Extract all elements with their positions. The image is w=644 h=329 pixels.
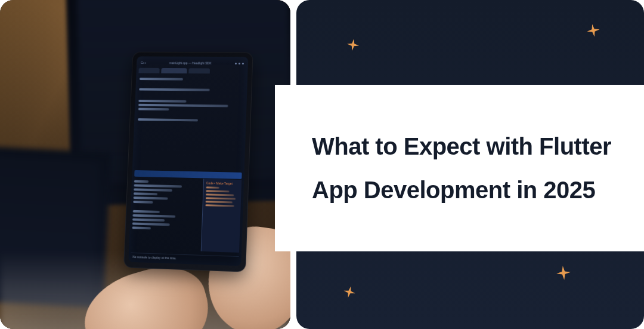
window-controls: [235, 62, 244, 64]
tablet-device: C++ mainLight.cpp — Headlight SDK: [123, 52, 253, 272]
sparkle-icon: [585, 22, 601, 38]
ide-titlebar: C++ mainLight.cpp — Headlight SDK: [139, 59, 246, 67]
sparkle-icon: [555, 265, 572, 282]
ide-side-panel-header: Code • Make Target: [206, 181, 239, 185]
title-card: What to Expect with Flutter App Developm…: [275, 85, 644, 251]
ide-side-panel: Code • Make Target: [201, 179, 242, 253]
ide-titlebar-center: mainLight.cpp — Headlight SDK: [169, 61, 212, 64]
sparkle-icon: [342, 284, 357, 300]
ide-statusbar: No console to display at this time.: [131, 253, 239, 263]
sparkle-icon: [346, 38, 361, 53]
tablet-screen: C++ mainLight.cpp — Headlight SDK: [128, 56, 248, 266]
ide-titlebar-left: C++: [141, 61, 146, 64]
hero-photo-panel: C++ mainLight.cpp — Headlight SDK: [0, 0, 290, 329]
hero-title: What to Expect with Flutter App Developm…: [312, 125, 615, 212]
ide-lower-code: [131, 179, 201, 251]
ide-status-text: No console to display at this time.: [132, 254, 177, 260]
